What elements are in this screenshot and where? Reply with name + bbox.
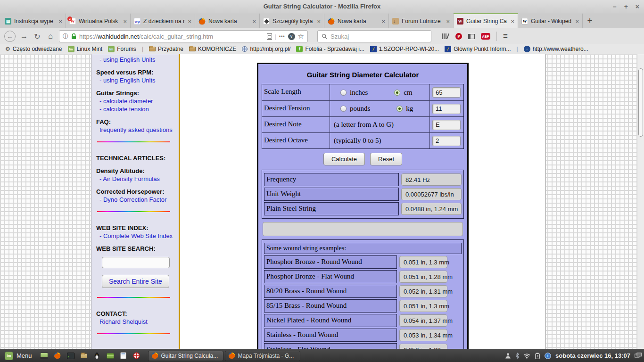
- calc-text-input[interactable]: 2: [432, 136, 461, 146]
- tab-close-icon[interactable]: ×: [317, 18, 321, 25]
- battery-tray-icon[interactable]: [535, 353, 540, 359]
- bookmark-item[interactable]: /1.SZOOP-RPO-Wl-20...: [369, 46, 440, 52]
- bookmark-item[interactable]: KOMORNICZE: [188, 46, 238, 52]
- bookmark-item[interactable]: ⚙Często odwiedzane: [4, 46, 64, 52]
- sidebar-toggle-icon[interactable]: [468, 34, 475, 39]
- taskbar-clock[interactable]: sobota czerwiec 16, 13:07: [555, 352, 630, 359]
- bookmark-item[interactable]: ◦http://www.weathero...: [522, 46, 590, 52]
- tab-close-icon[interactable]: ×: [58, 18, 62, 25]
- scrollbar-thumb[interactable]: [638, 68, 643, 137]
- tab-close-icon[interactable]: ×: [575, 18, 579, 25]
- tab-item[interactable]: wpZ dzieckiem na r×: [131, 13, 195, 28]
- bookmark-item[interactable]: lmForums: [107, 46, 138, 52]
- result-value-field[interactable]: 0.051 in, 1.3 mm: [399, 256, 447, 268]
- result-value-field[interactable]: 0.00052677 lbs/in: [401, 188, 462, 200]
- tab-close-icon[interactable]: ×: [123, 18, 127, 25]
- penguin-app-launcher[interactable]: [92, 351, 102, 361]
- firefox-launcher[interactable]: [53, 351, 62, 361]
- tab-item[interactable]: Nowa karta×: [324, 13, 389, 28]
- taskbar-window-button[interactable]: Mapa Trójmiasta - G...: [225, 351, 300, 361]
- tray-app-launcher[interactable]: [106, 351, 115, 361]
- notes-field[interactable]: [263, 222, 463, 236]
- result-value-field[interactable]: 0.053 in, 1.34 mm: [399, 329, 447, 341]
- result-value-field[interactable]: 0.051 in, 1.3 mm: [399, 300, 447, 312]
- back-button[interactable]: ←: [4, 31, 16, 42]
- search-bar[interactable]: Szukaj: [317, 30, 431, 42]
- tab-close-icon[interactable]: ×: [381, 18, 385, 25]
- files-launcher[interactable]: [79, 351, 89, 361]
- home-button[interactable]: ⌂: [46, 32, 55, 41]
- site-search-button[interactable]: Search Entire Site: [102, 275, 169, 288]
- calc-text-input[interactable]: 11: [432, 104, 461, 114]
- tab-item[interactable]: WGuitar - Wikiped×: [518, 13, 583, 28]
- terminal-launcher[interactable]: >_: [66, 351, 75, 361]
- reset-button[interactable]: Reset: [370, 153, 402, 165]
- taskbar-window-button[interactable]: Guitar String Calcula...: [148, 351, 223, 361]
- writer-launcher[interactable]: [119, 351, 128, 361]
- result-value-field[interactable]: 0.0488 in, 1.24 mm: [401, 203, 462, 215]
- bookmark-item[interactable]: Przydatne: [148, 46, 185, 52]
- result-value-field[interactable]: 0.052 in, 1.31 mm: [399, 285, 447, 297]
- url-text[interactable]: https://wahiduddin.net/calc/calc_guitar_…: [79, 33, 264, 40]
- sidebar-link[interactable]: Richard Shelquist: [99, 318, 177, 325]
- maximize-button[interactable]: +: [624, 3, 628, 10]
- bookmark-star-icon[interactable]: ☆: [298, 32, 304, 41]
- workspace-switcher-icon[interactable]: [635, 353, 642, 359]
- bookmark-item[interactable]: http://mbj.org.pl/: [240, 46, 292, 52]
- sidebar-link[interactable]: - Dyno Correction Factor: [99, 196, 177, 203]
- pinterest-icon[interactable]: P: [455, 33, 462, 40]
- calc-text-input[interactable]: 65: [432, 87, 461, 98]
- result-value-field[interactable]: 0.054 in, 1.37 mm: [399, 314, 447, 327]
- tab-close-icon[interactable]: ×: [511, 18, 514, 25]
- new-tab-button[interactable]: +: [583, 13, 597, 28]
- reload-button[interactable]: ↻: [33, 32, 42, 41]
- show-desktop-launcher[interactable]: [40, 351, 49, 361]
- tab-active[interactable]: WGuitar String Ca×: [454, 13, 518, 28]
- reader-mode-icon[interactable]: [267, 33, 272, 40]
- calc-text-input[interactable]: E: [432, 120, 461, 130]
- tab-item[interactable]: Nowa karta×: [195, 13, 260, 28]
- user-tray-icon[interactable]: [505, 353, 511, 359]
- tab-item[interactable]: ▤Instrukcja wype×: [1, 13, 66, 28]
- bookmark-item[interactable]: fFotolia - Sprzedawaj i...: [295, 46, 365, 52]
- bluetooth-tray-icon[interactable]: [515, 353, 519, 359]
- adblock-icon[interactable]: ABP: [481, 33, 490, 40]
- tab-item[interactable]: Szczegóły licyta×: [260, 13, 324, 28]
- calculate-button[interactable]: Calculate: [323, 153, 365, 165]
- radio-button-selected[interactable]: [396, 106, 403, 112]
- tab-close-icon[interactable]: ×: [188, 18, 191, 25]
- tab-item[interactable]: ♩Forum Lutnicze×: [389, 13, 454, 28]
- sidebar-link[interactable]: - Air Density Formulas: [99, 175, 177, 182]
- forward-button[interactable]: →: [19, 32, 29, 41]
- update-shield-tray-icon[interactable]: i: [545, 353, 551, 359]
- site-search-input[interactable]: [102, 257, 170, 268]
- menu-hamburger-icon[interactable]: ≡: [503, 32, 508, 41]
- sidebar-link[interactable]: - Complete Web Site Index: [99, 232, 177, 239]
- result-value-field[interactable]: 0.051 in, 1.28 mm: [399, 271, 447, 283]
- minimize-button[interactable]: –: [613, 3, 617, 10]
- mint-menu-button[interactable]: lm Menu: [2, 352, 34, 360]
- page-scrollbar[interactable]: [637, 54, 644, 349]
- sidebar-link[interactable]: - calculate diameter: [99, 98, 177, 105]
- radio-button-selected[interactable]: [394, 90, 400, 96]
- sidebar-link[interactable]: - using English Units: [99, 77, 177, 84]
- sidebar-link[interactable]: frequently asked questions: [99, 126, 177, 133]
- page-actions-icon[interactable]: •••: [279, 34, 285, 39]
- radio-button[interactable]: [340, 106, 347, 112]
- wifi-tray-icon[interactable]: [523, 353, 530, 359]
- pocket-icon[interactable]: ∨: [288, 33, 295, 40]
- library-icon[interactable]: [442, 33, 449, 39]
- bookmark-item[interactable]: /Główny Punkt Inform...: [443, 46, 512, 52]
- sidebar-link[interactable]: - using English Units: [99, 56, 177, 63]
- screenshot-launcher[interactable]: [132, 351, 141, 361]
- bookmark-item[interactable]: lmLinux Mint: [66, 46, 104, 52]
- tab-item[interactable]: W2Wirtualna Polsk×: [66, 13, 131, 28]
- result-value-field[interactable]: 82.41 Hz: [401, 173, 462, 186]
- url-bar[interactable]: ⓘ https://wahiduddin.net/calc/calc_guita…: [59, 30, 308, 42]
- page-info-icon[interactable]: ⓘ: [63, 33, 68, 41]
- tab-close-icon[interactable]: ×: [446, 18, 450, 25]
- tab-close-icon[interactable]: ×: [252, 18, 256, 25]
- close-button[interactable]: ×: [636, 3, 639, 10]
- result-value-field[interactable]: 0.052 in, 1.33 mm: [399, 344, 447, 349]
- sidebar-link[interactable]: - calculate tension: [99, 106, 177, 113]
